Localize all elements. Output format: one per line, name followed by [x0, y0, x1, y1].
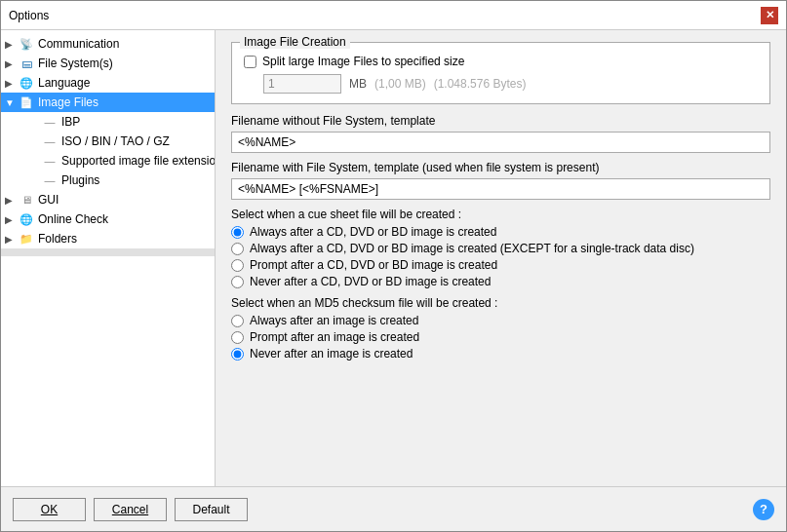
online-icon: 🌐 — [19, 211, 34, 227]
default-label: Default — [192, 503, 229, 516]
md5-label-2: Prompt after an image is created — [250, 330, 419, 344]
md5-radio-1[interactable] — [231, 315, 244, 327]
options-window: Options ✕ ▶ 📡 Communication ▶ 🖴 File Sys… — [0, 0, 787, 532]
cue-option-3: Prompt after a CD, DVD or BD image is cr… — [231, 258, 770, 272]
tree-label: GUI — [38, 193, 211, 207]
cancel-label: Cancel — [112, 503, 148, 516]
expand-icon: ▶ — [5, 234, 19, 245]
md5-radio-2[interactable] — [231, 331, 244, 344]
cue-radio-4[interactable] — [231, 276, 244, 288]
cue-radio-1[interactable] — [231, 226, 244, 239]
expand-icon: ▼ — [5, 97, 19, 108]
md5-option-2: Prompt after an image is created — [231, 330, 770, 344]
cue-label-1: Always after a CD, DVD or BD image is cr… — [250, 225, 496, 239]
filename-no-fs-input[interactable] — [231, 132, 770, 153]
expand-icon: ▶ — [5, 78, 19, 89]
bottom-bar: OK Cancel Default ? — [1, 486, 786, 531]
gui-icon: 🖥 — [19, 192, 34, 208]
tree-label: Online Check — [38, 212, 211, 226]
expand-icon: ▶ — [5, 39, 19, 50]
filename-with-fs-section: Filename with File System, template (use… — [231, 161, 770, 200]
tree-label: Plugins — [61, 173, 211, 187]
imgfiles-icon: 📄 — [19, 95, 34, 110]
ibp-icon: — — [42, 114, 58, 130]
md5-radio-3[interactable] — [231, 348, 244, 361]
image-creation-group: Image File Creation Split large Image Fi… — [231, 42, 770, 104]
expand-icon: ▶ — [5, 58, 19, 69]
md5-label: Select when an MD5 checksum file will be… — [231, 296, 770, 310]
tree-label: Supported image file extension — [61, 154, 216, 168]
cue-sheet-group: Select when a cue sheet file will be cre… — [231, 208, 770, 288]
group-title: Image File Creation — [240, 35, 350, 49]
help-button[interactable]: ? — [753, 499, 774, 520]
tree-item-folders[interactable]: ▶ 📁 Folders — [1, 229, 215, 248]
split-checkbox[interactable] — [244, 56, 256, 68]
cue-label-3: Prompt after a CD, DVD or BD image is cr… — [250, 258, 497, 272]
tree-label: Folders — [38, 232, 211, 246]
tree-panel: ▶ 📡 Communication ▶ 🖴 File System(s) ▶ 🌐… — [1, 30, 216, 486]
cue-option-4: Never after a CD, DVD or BD image is cre… — [231, 275, 770, 288]
md5-option-1: Always after an image is created — [231, 314, 770, 327]
tree-label: ISO / BIN / TAO / GZ — [61, 134, 211, 148]
scrollbar[interactable] — [1, 248, 215, 256]
folders-icon: 📁 — [19, 231, 34, 247]
tree-item-imagefiles[interactable]: ▼ 📄 Image Files — [1, 93, 215, 112]
md5-label-1: Always after an image is created — [250, 314, 418, 327]
filename-with-fs-input[interactable] — [231, 178, 770, 200]
filename-no-fs-label: Filename without File System, template — [231, 114, 770, 128]
window-title: Options — [9, 9, 49, 22]
tree-label: File System(s) — [38, 57, 211, 70]
expand-icon: ▶ — [5, 214, 19, 225]
cue-label-2: Always after a CD, DVD or BD image is cr… — [250, 242, 694, 255]
size-row: MB (1,00 MB) (1.048.576 Bytes) — [244, 74, 758, 94]
iso-icon: — — [42, 133, 58, 149]
tree-item-ibp[interactable]: — IBP — [1, 112, 215, 132]
tree-item-gui[interactable]: ▶ 🖥 GUI — [1, 190, 215, 209]
split-checkbox-row: Split large Image Files to specified siz… — [244, 55, 758, 68]
cue-option-2: Always after a CD, DVD or BD image is cr… — [231, 242, 770, 255]
md5-option-3: Never after an image is created — [231, 347, 770, 361]
tree-label: Image Files — [38, 95, 211, 109]
md5-group: Select when an MD5 checksum file will be… — [231, 296, 770, 361]
fs-icon: 🖴 — [19, 56, 34, 71]
size-bytes: (1.048.576 Bytes) — [434, 77, 527, 91]
tree-item-language[interactable]: ▶ 🌐 Language — [1, 73, 215, 93]
cue-sheet-label: Select when a cue sheet file will be cre… — [231, 208, 770, 221]
plugins-icon: — — [42, 172, 58, 188]
tree-item-onlinecheck[interactable]: ▶ 🌐 Online Check — [1, 209, 215, 229]
size-unit: MB — [349, 77, 367, 91]
tree-label: IBP — [61, 115, 211, 129]
title-bar: Options ✕ — [1, 1, 786, 30]
filename-with-fs-label: Filename with File System, template (use… — [231, 161, 770, 174]
expand-icon: ▶ — [5, 195, 19, 206]
lang-icon: 🌐 — [19, 75, 34, 91]
tree-item-iso[interactable]: — ISO / BIN / TAO / GZ — [1, 132, 215, 151]
tree-label: Language — [38, 76, 211, 90]
ok-button[interactable]: OK — [13, 498, 86, 521]
main-panel: Image File Creation Split large Image Fi… — [216, 30, 786, 486]
comm-icon: 📡 — [19, 36, 34, 52]
tree-item-plugins[interactable]: — Plugins — [1, 171, 215, 190]
size-input[interactable] — [263, 74, 341, 94]
cancel-button[interactable]: Cancel — [94, 498, 167, 521]
tree-item-supported[interactable]: — Supported image file extension — [1, 151, 215, 171]
close-button[interactable]: ✕ — [761, 7, 778, 24]
size-mb: (1,00 MB) — [374, 77, 426, 91]
default-button[interactable]: Default — [175, 498, 248, 521]
supported-icon: — — [42, 153, 58, 169]
split-label: Split large Image Files to specified siz… — [262, 55, 464, 68]
cue-radio-2[interactable] — [231, 243, 244, 255]
cue-option-1: Always after a CD, DVD or BD image is cr… — [231, 225, 770, 239]
cue-radio-3[interactable] — [231, 259, 244, 272]
md5-label-3: Never after an image is created — [250, 347, 413, 361]
tree-label: Communication — [38, 37, 211, 51]
tree-item-communication[interactable]: ▶ 📡 Communication — [1, 34, 215, 54]
ok-label: OK — [41, 503, 58, 516]
content-area: ▶ 📡 Communication ▶ 🖴 File System(s) ▶ 🌐… — [1, 30, 786, 486]
tree-item-filesystem[interactable]: ▶ 🖴 File System(s) — [1, 54, 215, 73]
cue-label-4: Never after a CD, DVD or BD image is cre… — [250, 275, 491, 288]
filename-no-fs-section: Filename without File System, template — [231, 114, 770, 153]
